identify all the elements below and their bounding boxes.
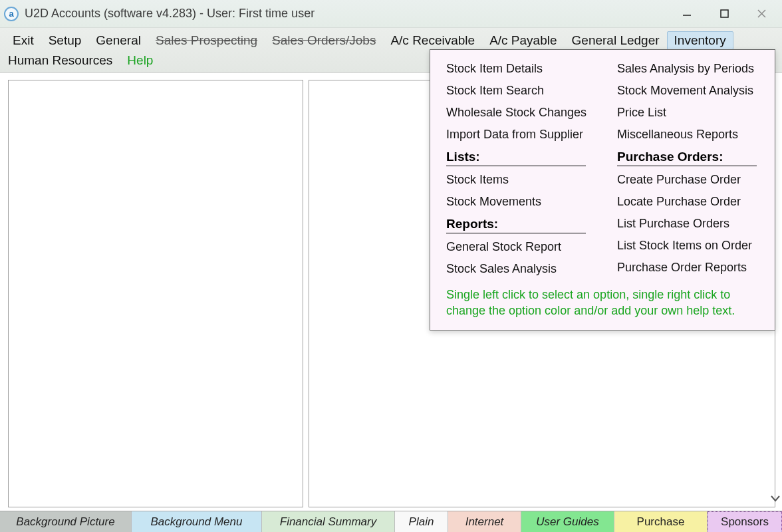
dd-misc-reports[interactable]: Miscellaneous Reports	[617, 124, 761, 146]
dd-list-po[interactable]: List Purchase Orders	[617, 213, 761, 235]
minimize-button[interactable]	[677, 7, 697, 21]
menu-exit[interactable]: Exit	[5, 31, 41, 50]
titlebar: a U2D Accounts (software v4.283) - User:…	[0, 0, 782, 28]
dropdown-hint-text: Single left click to select an option, s…	[446, 287, 761, 319]
dd-stock-items[interactable]: Stock Items	[446, 169, 590, 191]
window-controls	[677, 7, 771, 21]
dd-stock-movements[interactable]: Stock Movements	[446, 191, 590, 213]
menu-inventory[interactable]: Inventory	[667, 31, 733, 50]
tab-financial-summary[interactable]: Financial Summary	[262, 511, 395, 532]
menu-human-resources[interactable]: Human Resources	[5, 51, 120, 70]
dd-list-stock-on-order[interactable]: List Stock Items on Order	[617, 235, 761, 257]
maximize-button[interactable]	[714, 7, 734, 21]
dd-wholesale-stock-changes[interactable]: Wholesale Stock Changes	[446, 102, 590, 124]
menu-ac-payable[interactable]: A/c Payable	[482, 31, 564, 50]
dd-stock-movement-analysis[interactable]: Stock Movement Analysis	[617, 80, 761, 102]
menu-general-ledger[interactable]: General Ledger	[565, 31, 667, 50]
dd-create-po[interactable]: Create Purchase Order	[617, 169, 761, 191]
tab-internet[interactable]: Internet	[448, 511, 521, 532]
left-panel	[8, 80, 303, 507]
dd-reports-header: Reports:	[446, 217, 586, 233]
dd-stock-item-details[interactable]: Stock Item Details	[446, 58, 590, 80]
tab-background-picture[interactable]: Background Picture	[0, 511, 132, 532]
dd-price-list[interactable]: Price List	[617, 102, 761, 124]
menu-sales-prospecting[interactable]: Sales Prospecting	[148, 31, 265, 50]
window-title: U2D Accounts (software v4.283) - User: F…	[25, 7, 677, 21]
dd-general-stock-report[interactable]: General Stock Report	[446, 236, 590, 258]
inventory-dropdown: Stock Item Details Stock Item Search Who…	[430, 49, 775, 331]
svg-rect-1	[721, 10, 728, 17]
tab-background-menu[interactable]: Background Menu	[132, 511, 262, 532]
menu-setup[interactable]: Setup	[41, 31, 89, 50]
tab-plain[interactable]: Plain	[395, 511, 448, 532]
dd-lists-header: Lists:	[446, 150, 586, 166]
menu-help[interactable]: Help	[120, 51, 160, 70]
dd-stock-sales-analysis[interactable]: Stock Sales Analysis	[446, 258, 590, 280]
tab-user-guides[interactable]: User Guides	[521, 511, 614, 532]
app-icon: a	[4, 7, 19, 21]
tab-purchase[interactable]: Purchase	[614, 511, 708, 532]
menu-general[interactable]: General	[88, 31, 148, 50]
dd-stock-item-search[interactable]: Stock Item Search	[446, 80, 590, 102]
close-button[interactable]	[751, 7, 771, 21]
bottom-tab-bar: Background Picture Background Menu Finan…	[0, 511, 782, 532]
menu-sales-orders[interactable]: Sales Orders/Jobs	[265, 31, 383, 50]
dd-sales-analysis-periods[interactable]: Sales Analysis by Periods	[617, 58, 761, 80]
menu-ac-receivable[interactable]: A/c Receivable	[383, 31, 482, 50]
dd-po-reports[interactable]: Purchase Order Reports	[617, 257, 761, 279]
dropdown-column-1: Stock Item Details Stock Item Search Who…	[446, 58, 590, 280]
dd-purchase-orders-header: Purchase Orders:	[617, 150, 757, 166]
tab-sponsors[interactable]: Sponsors	[708, 511, 782, 532]
dd-import-data-supplier[interactable]: Import Data from Supplier	[446, 124, 590, 146]
dropdown-column-2: Sales Analysis by Periods Stock Movement…	[617, 58, 761, 280]
scroll-down-button[interactable]	[769, 489, 782, 507]
dd-locate-po[interactable]: Locate Purchase Order	[617, 191, 761, 213]
